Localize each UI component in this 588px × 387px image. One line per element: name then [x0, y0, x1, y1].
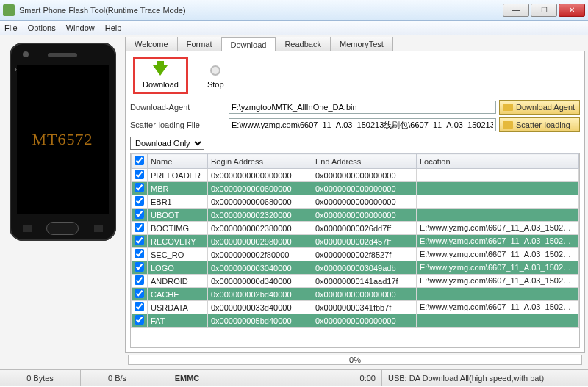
cell-begin: 0x0000000000600000	[208, 182, 312, 195]
table-row[interactable]: USRDATA0x0000000033d400000x00000000341fb…	[132, 301, 579, 314]
menu-window[interactable]: Window	[66, 23, 95, 32]
tab-memorytest[interactable]: MemoryTest	[330, 37, 393, 51]
cell-location	[417, 182, 579, 195]
cell-location: E:\www.yzmg.com\6607_11_A.03_150213线刷包\6…	[417, 222, 579, 235]
row-checkbox[interactable]	[135, 183, 144, 192]
stop-button[interactable]: Stop	[200, 59, 232, 92]
tab-download[interactable]: Download	[221, 37, 276, 51]
cell-location: E:\www.yzmg.com\6607_11_A.03_150213线刷包\6…	[417, 248, 579, 261]
phone-speaker-icon	[48, 53, 77, 57]
cell-location: E:\www.yzmg.com\6607_11_A.03_150213线刷包\6…	[417, 261, 579, 275]
cell-begin: 0x000000000d340000	[208, 275, 312, 288]
tab-readback[interactable]: Readback	[275, 37, 331, 51]
row-checkbox[interactable]	[135, 223, 144, 232]
table-row[interactable]: MBR0x00000000006000000x0000000000000000	[132, 182, 579, 195]
phone-softkey-right-icon	[94, 225, 103, 232]
table-row[interactable]: SEC_RO0x0000000002f800000x0000000002f852…	[132, 248, 579, 261]
left-pane: RM MT6572	[0, 35, 125, 369]
download-agent-browse-button[interactable]: Download Agent	[499, 100, 580, 115]
partition-table[interactable]: Name Begin Address End Address Location …	[130, 153, 580, 348]
table-row[interactable]: CACHE0x000000002bd400000x000000000000000…	[132, 288, 579, 301]
cell-begin: 0x000000005bd40000	[208, 314, 312, 328]
scatter-file-browse-label: Scatter-loading	[516, 120, 570, 129]
tab-welcome[interactable]: Welcome	[125, 37, 178, 51]
statusbar: 0 Bytes 0 B/s EMMC 0:00 USB: DA Download…	[0, 369, 588, 386]
maximize-button[interactable]: ☐	[531, 4, 557, 17]
cell-begin: 0x000000002bd40000	[208, 288, 312, 301]
row-checkbox[interactable]	[135, 170, 144, 179]
cell-end: 0x0000000000000000	[312, 182, 417, 195]
download-agent-input[interactable]	[229, 101, 496, 114]
tab-format[interactable]: Format	[177, 37, 222, 51]
col-checkbox[interactable]	[132, 154, 148, 169]
table-row[interactable]: UBOOT0x00000000023200000x000000000000000…	[132, 209, 579, 222]
folder-icon	[503, 121, 513, 129]
download-button-label: Download	[143, 80, 179, 89]
cell-location	[417, 314, 579, 328]
right-pane: Welcome Format Download Readback MemoryT…	[125, 35, 588, 369]
download-button[interactable]: Download	[133, 57, 188, 94]
row-checkbox[interactable]	[135, 262, 144, 272]
menu-help[interactable]: Help	[105, 23, 122, 32]
cell-name: CACHE	[148, 288, 208, 301]
col-begin[interactable]: Begin Address	[208, 154, 312, 169]
cell-begin: 0x0000000002380000	[208, 222, 312, 235]
phone-screen: MT6572	[17, 65, 109, 214]
cell-end: 0x0000000002d457ff	[312, 235, 417, 248]
progress-bar: 0%	[128, 355, 582, 365]
cell-location	[417, 195, 579, 209]
table-row[interactable]: FAT0x000000005bd400000x0000000000000000	[132, 314, 579, 328]
cell-begin: 0x0000000000680000	[208, 195, 312, 209]
scatter-file-browse-button[interactable]: Scatter-loading	[499, 117, 580, 132]
status-rate: 0 B/s	[81, 370, 154, 386]
close-button[interactable]: ✕	[559, 4, 585, 17]
scatter-file-input[interactable]	[229, 118, 496, 131]
cell-end: 0x00000000026dd7ff	[312, 222, 417, 235]
cell-name: USRDATA	[148, 301, 208, 314]
cell-end: 0x0000000000000000	[312, 209, 417, 222]
row-checkbox[interactable]	[135, 275, 144, 285]
table-row[interactable]: ANDROID0x000000000d3400000x00000000141aa…	[132, 275, 579, 288]
row-checkbox[interactable]	[135, 249, 144, 258]
row-checkbox[interactable]	[135, 315, 144, 325]
cell-location	[417, 288, 579, 301]
download-mode-select[interactable]: Download Only	[130, 137, 204, 150]
download-agent-row: Download-Agent Download Agent	[130, 100, 580, 115]
col-end[interactable]: End Address	[312, 154, 417, 169]
minimize-button[interactable]: —	[503, 4, 529, 17]
toolbar: Download Stop	[130, 56, 580, 98]
cell-location	[417, 209, 579, 222]
cell-end: 0x0000000000000000	[312, 288, 417, 301]
table-row[interactable]: RECOVERY0x00000000029800000x0000000002d4…	[132, 235, 579, 248]
scatter-file-row: Scatter-loading File Scatter-loading	[130, 117, 580, 132]
row-checkbox[interactable]	[135, 236, 144, 245]
stop-button-label: Stop	[207, 80, 224, 89]
cell-begin: 0x0000000033d40000	[208, 301, 312, 314]
row-checkbox[interactable]	[135, 209, 144, 219]
app-icon	[3, 4, 15, 16]
cell-name: MBR	[148, 182, 208, 195]
status-usb: USB: DA Download All(high speed,with bat…	[382, 370, 588, 386]
menu-options[interactable]: Options	[28, 23, 56, 32]
cell-name: PRELOADER	[148, 169, 208, 182]
cell-begin: 0x0000000002980000	[208, 235, 312, 248]
table-row[interactable]: BOOTIMG0x00000000023800000x00000000026dd…	[132, 222, 579, 235]
tab-bar: Welcome Format Download Readback MemoryT…	[125, 37, 585, 51]
header-checkbox[interactable]	[135, 156, 144, 165]
col-name[interactable]: Name	[148, 154, 208, 169]
cell-begin: 0x0000000002f80000	[208, 248, 312, 261]
col-location[interactable]: Location	[417, 154, 579, 169]
table-row[interactable]: LOGO0x00000000030400000x0000000003049adb…	[132, 261, 579, 275]
scatter-file-label: Scatter-loading File	[130, 120, 226, 129]
table-row[interactable]: PRELOADER0x00000000000000000x00000000000…	[132, 169, 579, 182]
menu-file[interactable]: File	[4, 23, 18, 32]
row-checkbox[interactable]	[135, 302, 144, 311]
row-checkbox[interactable]	[135, 289, 144, 298]
cell-end: 0x00000000141aad17f	[312, 275, 417, 288]
row-checkbox[interactable]	[135, 196, 144, 206]
cell-name: LOGO	[148, 261, 208, 275]
cell-location: E:\www.yzmg.com\6607_11_A.03_150213线刷包\6…	[417, 275, 579, 288]
table-row[interactable]: EBR10x00000000006800000x0000000000000000	[132, 195, 579, 209]
folder-icon	[503, 104, 513, 111]
cell-location: E:\www.yzmg.com\6607_11_A.03_150213线刷包\6…	[417, 301, 579, 314]
